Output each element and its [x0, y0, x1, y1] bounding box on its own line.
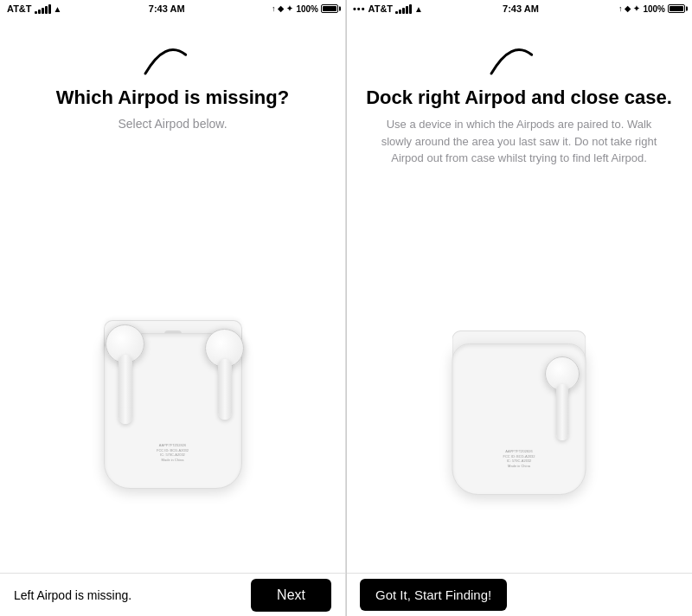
right-status-right: ↑ ◆ ✦ 100% [618, 4, 685, 14]
left-bottom-bar: Left Airpod is missing. Next [0, 573, 345, 616]
right-battery-label: 100% [643, 4, 665, 14]
right-carrier-label: AT&T [368, 3, 394, 14]
right-location-icon: ◆ [625, 4, 631, 13]
battery-fill [323, 6, 336, 11]
carrier-label: AT&T [7, 3, 32, 14]
right-status-bar: ••• AT&T ▲ 7:43 AM ↑ ◆ ✦ 100% [346, 0, 692, 17]
left-airpod-status: Left Airpod is missing. [14, 588, 131, 602]
screen-divider [346, 0, 347, 616]
signal-bars-icon [35, 4, 51, 14]
right-arc-icon [484, 35, 554, 78]
left-arc-container [138, 35, 208, 78]
right-signal-bars [395, 4, 412, 14]
wifi-icon: ▲ [54, 4, 62, 14]
start-finding-button[interactable]: Got It, Start Finding! [360, 579, 507, 611]
right-phone-screen: ••• AT&T ▲ 7:43 AM ↑ ◆ ✦ 100% [346, 0, 692, 616]
bluetooth-icon: ✦ [286, 4, 293, 13]
right-status-left: ••• AT&T ▲ [353, 3, 423, 14]
left-phone-screen: AT&T ▲ 7:43 AM ↑ ◆ ✦ 100% [0, 0, 346, 616]
location-icon: ◆ [278, 4, 284, 13]
right-arrow-icon: ↑ [618, 4, 623, 13]
airpod-left-stem [119, 355, 132, 424]
left-time: 7:43 AM [149, 3, 185, 14]
left-status-bar: AT&T ▲ 7:43 AM ↑ ◆ ✦ 100% [0, 0, 345, 17]
right-screen-description: Use a device in which the Airpods are pa… [363, 116, 675, 167]
left-arc-icon [138, 35, 208, 78]
battery-label: 100% [296, 4, 318, 14]
left-status-right: ↑ ◆ ✦ 100% [272, 4, 338, 14]
left-screen-title: Which Airpod is missing? [56, 87, 289, 109]
right-battery-icon [668, 4, 685, 13]
case-text: AAPP7FTZ02826FCC ID: BCG-A2032IC: 579C-A… [157, 443, 189, 462]
left-airpod-image: AAPP7FTZ02826FCC ID: BCG-A2032IC: 579C-A… [17, 146, 328, 573]
next-button[interactable]: Next [251, 579, 331, 612]
airpod-right-stem [218, 359, 232, 420]
right-dots-icon: ••• [353, 3, 366, 14]
right-screen-content: Dock right Airpod and close case. Use a … [346, 17, 692, 573]
airpod-right[interactable] [195, 329, 255, 433]
right-wifi-icon: ▲ [414, 4, 423, 14]
arrow-up-icon: ↑ [272, 4, 276, 13]
right-time: 7:43 AM [503, 3, 539, 14]
right-battery-fill [670, 6, 683, 11]
right-arc-container [484, 35, 554, 78]
airpod-left[interactable] [95, 324, 156, 437]
airpods-both-illustration: AAPP7FTZ02826FCC ID: BCG-A2032IC: 579C-A… [78, 229, 268, 489]
right-screen-title: Dock right Airpod and close case. [366, 87, 672, 109]
airpods-right-illustration: AAPP7FTZ02826FCC ID: BCG-A2032IC: 579C-A… [432, 253, 606, 495]
airpod-right-only-stem [556, 384, 568, 440]
right-case-text: AAPP7FTZ02826FCC ID: BCG-A2032IC: 579C-A… [503, 449, 535, 468]
right-bluetooth-icon: ✦ [633, 4, 640, 13]
left-screen-content: Which Airpod is missing? Select Airpod b… [0, 17, 345, 573]
left-screen-subtitle: Select Airpod below. [118, 116, 227, 133]
airpod-right-only [536, 356, 588, 452]
right-bottom-bar: Got It, Start Finding! [346, 573, 692, 616]
battery-icon [321, 4, 338, 13]
left-status-left: AT&T ▲ [7, 3, 61, 14]
right-airpod-image: AAPP7FTZ02826FCC ID: BCG-A2032IC: 579C-A… [363, 176, 675, 573]
